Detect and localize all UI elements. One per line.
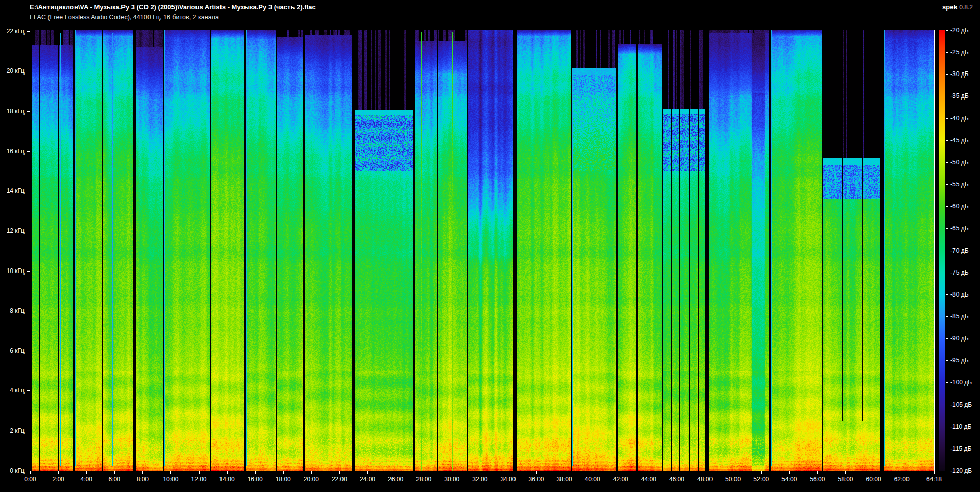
time-label: 44:00 (641, 476, 656, 483)
freq-tick (27, 271, 30, 272)
time-label: 48:00 (697, 476, 713, 483)
freq-label: 12 кГц (0, 227, 24, 234)
legend-label: -50 дБ (950, 159, 969, 166)
time-tick (874, 471, 874, 474)
file-path-title: E:\Антициклон\VA - Музыка.Ру 3 (CD 2) (2… (30, 3, 316, 11)
legend-label: -85 дБ (950, 313, 969, 320)
time-tick (817, 471, 818, 474)
freq-label: 4 кГц (0, 387, 24, 394)
legend-tick (946, 338, 948, 339)
legend-label: -25 дБ (950, 48, 969, 56)
time-tick (593, 471, 593, 474)
freq-tick (27, 311, 30, 311)
time-label: 54:00 (781, 476, 797, 483)
time-label: 18:00 (276, 476, 291, 483)
time-label: 56:00 (810, 476, 825, 483)
plot-border (30, 30, 935, 471)
time-label: 32:00 (472, 476, 487, 483)
time-label: 16:00 (248, 476, 263, 483)
legend-label: -95 дБ (950, 357, 969, 364)
time-label: 26:00 (388, 476, 403, 483)
freq-label: 16 кГц (0, 147, 24, 155)
time-label: 34:00 (500, 476, 516, 483)
legend-label: -105 дБ (950, 401, 972, 408)
legend-label: -115 дБ (950, 445, 971, 452)
time-tick (227, 471, 228, 474)
app-brand: spek 0.8.2 (942, 3, 973, 11)
time-tick (170, 471, 171, 474)
legend-tick (946, 206, 948, 207)
freq-tick (27, 390, 30, 391)
time-label: 50:00 (725, 476, 741, 483)
legend-tick (946, 360, 948, 361)
time-tick (311, 471, 312, 474)
legend-tick (946, 382, 948, 383)
time-label: 12:00 (191, 476, 206, 483)
time-tick (255, 471, 256, 474)
time-tick (649, 471, 649, 474)
time-tick (733, 471, 733, 474)
legend-tick (946, 273, 948, 273)
legend-label: -120 дБ (950, 467, 972, 474)
legend-label: -35 дБ (950, 92, 969, 100)
time-label: 8:00 (137, 476, 149, 483)
legend-tick (946, 140, 948, 141)
time-label: 64:18 (926, 476, 942, 483)
time-label: 36:00 (529, 476, 544, 483)
time-tick (58, 471, 59, 474)
legend-label: -45 дБ (950, 137, 969, 144)
freq-tick (27, 231, 30, 231)
app-version: 0.8.2 (959, 4, 973, 11)
time-tick (368, 471, 368, 474)
time-label: 58:00 (838, 476, 853, 483)
legend-tick (946, 405, 948, 405)
legend-label: -40 дБ (950, 115, 969, 122)
time-tick (142, 471, 143, 474)
legend-label: -75 дБ (950, 269, 969, 276)
time-label: 20:00 (304, 476, 319, 483)
time-label: 6:00 (109, 476, 120, 483)
freq-label: 14 кГц (0, 187, 24, 194)
time-tick (536, 471, 537, 474)
legend-label: -65 дБ (950, 225, 969, 232)
time-tick (677, 471, 677, 474)
legend-tick (946, 52, 948, 53)
time-label: 22:00 (332, 476, 347, 483)
freq-tick (27, 191, 30, 191)
legend-tick (946, 449, 948, 449)
time-tick (480, 471, 480, 474)
time-tick (705, 471, 705, 474)
legend-tick (946, 316, 948, 317)
legend-label: -80 дБ (950, 291, 969, 298)
time-label: 14:00 (219, 476, 235, 483)
freq-label: 6 кГц (0, 347, 24, 354)
time-label: 24:00 (360, 476, 375, 483)
legend-colorbar (939, 30, 945, 471)
legend-tick (946, 118, 948, 119)
time-tick (452, 471, 452, 474)
freq-label: 10 кГц (0, 267, 24, 275)
freq-label: 18 кГц (0, 108, 24, 115)
time-tick (86, 471, 87, 474)
legend-tick (946, 228, 948, 229)
time-tick (424, 471, 424, 474)
legend-tick (946, 251, 948, 251)
time-label: 2:00 (52, 476, 64, 483)
time-tick (902, 471, 902, 474)
legend-tick (946, 427, 948, 427)
time-label: 0:00 (24, 476, 36, 483)
freq-tick (27, 71, 30, 71)
legend-tick (946, 96, 948, 96)
legend-tick (946, 74, 948, 75)
time-label: 62:00 (894, 476, 910, 483)
time-label: 40:00 (585, 476, 600, 483)
time-tick (339, 471, 340, 474)
spectrogram-canvas (30, 30, 934, 471)
freq-label: 0 кГц (0, 467, 24, 474)
legend-label: -100 дБ (950, 379, 972, 386)
time-label: 10:00 (163, 476, 178, 483)
time-tick (199, 471, 200, 474)
legend-label: -110 дБ (950, 423, 971, 430)
time-label: 60:00 (866, 476, 881, 483)
time-tick (114, 471, 115, 474)
